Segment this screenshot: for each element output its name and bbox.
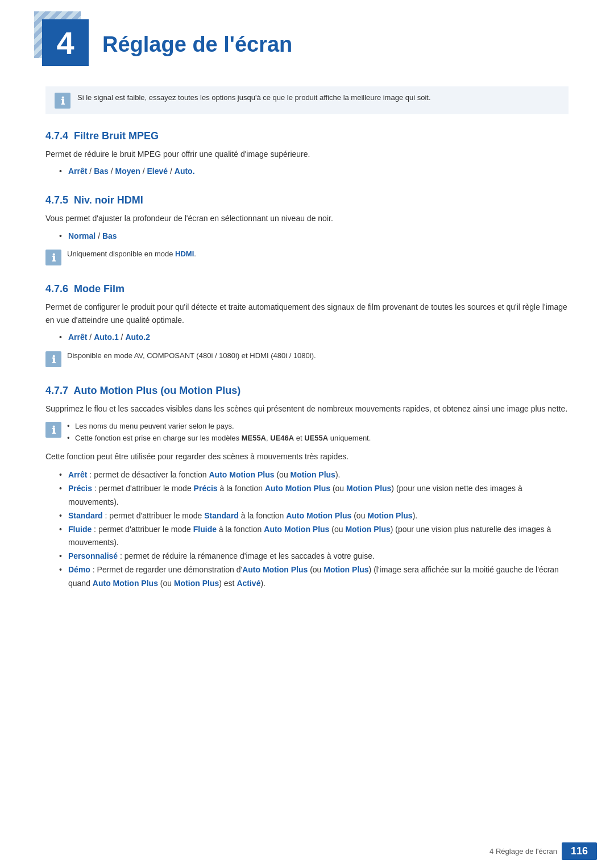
- list-item: Arrêt / Bas / Moyen / Elevé / Auto.: [59, 165, 569, 178]
- mode-precis: Précis: [194, 484, 218, 493]
- section-477-extra-body: Cette fonction peut être utilisée pour r…: [45, 450, 569, 463]
- note-icon: ℹ: [45, 351, 61, 369]
- motion-plus: Motion Plus: [367, 511, 412, 520]
- signal-note-text: Si le signal est faible, essayez toutes …: [77, 92, 431, 103]
- signal-note: ℹ Si le signal est faible, essayez toute…: [45, 86, 569, 114]
- content-area: ℹ Si le signal est faible, essayez toute…: [0, 86, 614, 591]
- section-heading-476: 4.7.6 Mode Film: [45, 283, 569, 295]
- model-me55a: ME55A: [242, 434, 266, 442]
- note-text: Disponible en mode AV, COMPOSANT (480i /…: [67, 350, 316, 362]
- separator: /: [89, 333, 94, 342]
- page-footer: 4 Réglage de l'écran 116: [0, 834, 614, 868]
- list-item: Précis : permet d'attribuer le mode Préc…: [59, 482, 569, 509]
- chapter-title: Réglage de l'écran: [102, 32, 292, 57]
- footer-section-label: 4 Réglage de l'écran: [489, 847, 557, 855]
- section-476-note: ℹ Disponible en mode AV, COMPOSANT (480i…: [45, 350, 569, 369]
- hdmi-label: HDMI: [175, 250, 194, 258]
- list-item: Les noms du menu peuvent varier selon le…: [67, 421, 371, 433]
- list-item: Démo : Permet de regarder une démonstrat…: [59, 563, 569, 591]
- motion-plus-2: Motion Plus: [174, 579, 219, 588]
- option-precis: Précis: [68, 484, 92, 493]
- list-item: Arrêt / Auto.1 / Auto.2: [59, 331, 569, 344]
- auto-motion-plus: Auto Motion Plus: [264, 525, 329, 534]
- mode-fluide: Fluide: [193, 525, 217, 534]
- option-arret: Arrêt: [68, 470, 87, 479]
- section-476-options: Arrêt / Auto.1 / Auto.2: [59, 331, 569, 344]
- compound-note-text: Les noms du menu peuvent varier selon le…: [67, 421, 371, 445]
- note-text: Uniquement disponible en mode HDMI.: [67, 248, 196, 260]
- auto-motion-plus: Auto Motion Plus: [209, 470, 274, 479]
- motion-plus: Motion Plus: [346, 484, 391, 493]
- section-474-options: Arrêt / Bas / Moyen / Elevé / Auto.: [59, 165, 569, 178]
- list-item: Personnalisé : permet de réduire la réma…: [59, 550, 569, 563]
- chapter-header: 4 Réglage de l'écran: [0, 0, 614, 77]
- option-demo: Démo: [68, 565, 90, 574]
- option-standard: Standard: [68, 511, 103, 520]
- list-item: Cette fonction est prise en charge sur l…: [67, 433, 371, 445]
- option-normal: Normal: [68, 231, 96, 240]
- option-arret: Arrêt: [68, 333, 87, 342]
- section-heading-475: 4.7.5 Niv. noir HDMI: [45, 194, 569, 206]
- footer-page-number: 116: [562, 842, 597, 860]
- chapter-number-block: 4: [34, 11, 89, 66]
- option-fluide: Fluide: [68, 525, 92, 534]
- section-477-compound-note: ℹ Les noms du menu peuvent varier selon …: [45, 421, 569, 445]
- separator: /: [98, 231, 102, 240]
- section-475-note: ℹ Uniquement disponible en mode HDMI.: [45, 248, 569, 267]
- option-auto: Auto.: [175, 167, 195, 176]
- option-bas: Bas: [102, 231, 117, 240]
- mode-standard: Standard: [204, 511, 239, 520]
- note-icon: ℹ: [45, 250, 61, 267]
- section-477-bullets: Arrêt : permet de désactiver la fonction…: [59, 468, 569, 590]
- section-477-body: Supprimez le flou et les saccades visibl…: [45, 402, 569, 415]
- list-item: Normal / Bas: [59, 230, 569, 243]
- section-476-body: Permet de configurer le produit pour qu'…: [45, 301, 569, 326]
- separator: /: [170, 167, 175, 176]
- model-ue46a: UE46A: [270, 434, 294, 442]
- auto-motion-plus: Auto Motion Plus: [286, 511, 351, 520]
- list-item: Arrêt : permet de désactiver la fonction…: [59, 468, 569, 482]
- auto-motion-plus-2: Auto Motion Plus: [93, 579, 158, 588]
- motion-plus: Motion Plus: [323, 565, 368, 574]
- list-item: Standard : permet d'attribuer le mode St…: [59, 509, 569, 523]
- section-475-options: Normal / Bas: [59, 230, 569, 243]
- svg-text:ℹ: ℹ: [61, 95, 65, 107]
- motion-plus: Motion Plus: [345, 525, 390, 534]
- page: 4 Réglage de l'écran ℹ Si le signal est …: [0, 0, 614, 868]
- motion-plus: Motion Plus: [291, 470, 335, 479]
- svg-text:ℹ: ℹ: [52, 354, 56, 366]
- separator: /: [89, 167, 94, 176]
- option-personnalise: Personnalisé: [68, 551, 118, 560]
- active-label: Activé: [237, 579, 260, 588]
- svg-text:ℹ: ℹ: [52, 252, 56, 264]
- separator: /: [143, 167, 147, 176]
- option-arret: Arrêt: [68, 167, 87, 176]
- svg-text:ℹ: ℹ: [52, 425, 56, 436]
- list-item: Fluide : permet d'attribuer le mode Flui…: [59, 523, 569, 550]
- section-heading-477: 4.7.7 Auto Motion Plus (ou Motion Plus): [45, 385, 569, 397]
- option-moyen: Moyen: [115, 167, 140, 176]
- note-icon: ℹ: [55, 93, 70, 109]
- section-475-body: Vous permet d'ajuster la profondeur de l…: [45, 212, 569, 225]
- option-bas: Bas: [94, 167, 109, 176]
- note-icon: ℹ: [45, 422, 61, 439]
- auto-motion-plus: Auto Motion Plus: [242, 565, 308, 574]
- auto-motion-plus: Auto Motion Plus: [265, 484, 330, 493]
- section-474-body: Permet de réduire le bruit MPEG pour off…: [45, 148, 569, 160]
- model-ue55a: UE55A: [304, 434, 328, 442]
- section-heading-474: 4.7.4 Filtre Bruit MPEG: [45, 130, 569, 142]
- separator: /: [111, 167, 115, 176]
- option-auto1: Auto.1: [94, 333, 119, 342]
- chapter-number: 4: [42, 19, 89, 66]
- option-eleve: Elevé: [147, 167, 168, 176]
- option-auto2: Auto.2: [125, 333, 150, 342]
